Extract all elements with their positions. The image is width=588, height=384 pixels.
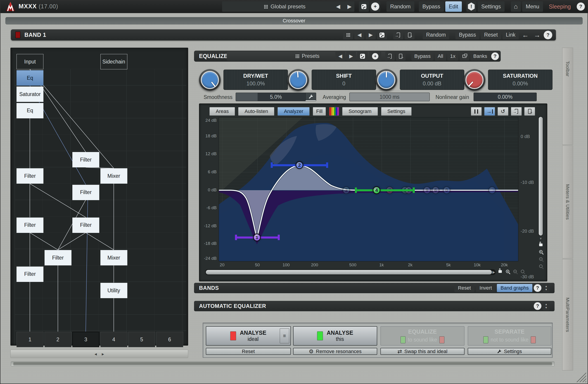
smoothness-slider[interactable]: 5.0% [236,93,316,101]
auto-eq-help-button[interactable]: ? [534,302,541,310]
band-link-button[interactable]: Link [503,31,519,39]
auto-eq-settings-button[interactable]: Settings [468,348,551,355]
analyse-ideal-button[interactable]: ANALYSE ideal ≡ [206,326,291,346]
band-width-handle[interactable] [326,162,328,168]
zoom-reset-icon[interactable] [521,270,524,273]
analyse-ideal-menu-handle[interactable]: ≡ [280,328,289,343]
output-display[interactable]: OUTPUT0.00 dB [400,70,464,90]
band-dice-button[interactable] [377,31,387,39]
lock-icon[interactable] [539,244,543,246]
band-presets-button[interactable] [343,31,353,39]
eq-all-button[interactable]: All [435,52,446,60]
tab-toolbar[interactable]: Toolbar [562,48,573,145]
global-presets-button[interactable]: Global presets [222,1,347,12]
eq-next-button[interactable]: ▶ [346,52,356,60]
node-filter[interactable]: Filter [72,185,99,200]
eq-bypass-button[interactable]: Bypass [411,52,434,60]
shift-knob[interactable] [287,69,309,91]
home-button[interactable]: ⌂ [511,1,521,12]
band-slot-4[interactable]: 4 [100,332,127,347]
band-import-button[interactable] [393,31,403,39]
node-filter[interactable]: Filter [17,168,43,184]
colormap-button[interactable] [329,107,339,116]
dry-wet-display[interactable]: DRY/WET100.0% [223,70,288,90]
node-utility[interactable]: Utility [100,283,127,298]
fill-button[interactable]: Fill [313,107,326,116]
eq-import-button[interactable] [385,52,395,60]
node-saturator[interactable]: Saturator [17,87,43,102]
tab-meters-utilities[interactable]: Meters & Utilities [562,145,573,258]
bands-invert-button[interactable]: Invert [476,284,496,292]
window-h-scrollbar[interactable] [11,361,555,366]
node-filter[interactable]: Filter [72,217,99,233]
graph-settings-button[interactable]: Settings [381,107,412,116]
bands-collapse-spinner[interactable]: ▴▾ [543,284,549,292]
bands-help-button[interactable]: ? [534,284,541,292]
zoom-out-icon[interactable]: − [513,270,517,273]
node-filter[interactable]: Filter [44,250,71,265]
eq-add-button[interactable]: + [369,52,381,60]
node-input[interactable]: Input [17,54,43,69]
eq-prev-button[interactable]: ◀ [336,52,345,60]
equalize-button[interactable]: EQUALIZE to sound like [380,326,464,346]
band-graphs-button[interactable]: Band graphs [497,284,532,292]
node-filter[interactable]: Filter [72,152,99,167]
band-dot-1[interactable]: 1 [253,233,261,241]
resize-grip[interactable] [576,372,586,382]
help-button[interactable]: ? [577,2,585,11]
zoom-in-icon[interactable]: + [539,250,543,253]
saturation-display[interactable]: SATURATION0.00% [488,70,552,90]
band-back-arrow-button[interactable]: ← [520,31,530,39]
window-scroll-thumb[interactable] [13,362,552,365]
node-graph-scroll-strip[interactable]: ◂ ▸ [10,350,188,358]
dry-wet-knob[interactable] [199,69,221,91]
prev-preset-button[interactable]: ◀ [333,1,343,12]
h-scroll-thumb[interactable] [206,270,492,274]
menu-button[interactable]: Menu [522,1,543,12]
remove-resonances-button[interactable]: ⚙ Remove resonances [293,348,377,355]
bands-reset-button[interactable]: Reset [454,284,474,292]
auto-eq-collapse-spinner[interactable]: ▴▾ [543,302,549,310]
crossover-bar[interactable]: Crossover [5,17,583,24]
eq-banks-button[interactable]: Banks [470,52,490,60]
node-eq[interactable]: Eq [17,70,43,86]
node-filter[interactable]: Filter [17,217,43,233]
band-width-handle[interactable] [355,188,357,193]
node-sidechain[interactable]: Sidechain [100,54,127,69]
pause-button[interactable] [471,107,482,116]
band-help-button[interactable]: ? [544,31,552,39]
analyse-this-button[interactable]: ANALYSE this [293,326,377,346]
eq-1x-button[interactable]: 1x [447,52,458,60]
settings-button[interactable]: Settings [478,1,504,12]
eq-popout-button[interactable] [460,52,469,60]
shift-display[interactable]: SHIFT0 [312,70,376,90]
eq-plot[interactable]: 3758960124 [219,117,518,261]
swap-this-ideal-button[interactable]: ⇄ Swap this and ideal [380,348,464,355]
eq-export-button[interactable] [396,52,405,60]
band-width-handle[interactable] [271,162,273,168]
band-forward-arrow-button[interactable]: → [532,31,542,39]
band-dot-4[interactable]: 4 [373,186,380,194]
band-width-bar[interactable] [356,189,414,191]
add-preset-button[interactable]: + [370,1,380,12]
band-reset-button[interactable]: Reset [481,31,501,39]
separate-button[interactable]: SEPARATE not to sound like [468,326,551,346]
band-slot-6[interactable]: 6 [156,332,183,347]
band-slot-2[interactable]: 2 [44,332,71,347]
edit-button[interactable]: Edit [445,1,462,12]
zoom-out-icon[interactable]: − [539,257,543,261]
band-next-button[interactable]: ▶ [366,31,376,39]
band-dot-2[interactable]: 2 [295,161,303,169]
band-color-swatch[interactable] [15,32,20,38]
node-mixer[interactable]: Mixer [100,250,127,265]
band-width-handle[interactable] [413,188,415,193]
band-slot-1[interactable]: 1 [17,332,43,347]
bypass-button[interactable]: Bypass [419,1,444,12]
eq-help-button[interactable]: ? [491,52,499,60]
analyzer-button[interactable]: Analyzer [277,107,310,116]
auto-listen-button[interactable]: Auto-listen [238,107,274,116]
sonogram-button[interactable]: Sonogram [342,107,378,116]
graph-import-button[interactable] [511,107,522,116]
smoothness-wrench-button[interactable] [306,93,316,101]
band-slot-3[interactable]: 3 [72,332,99,347]
